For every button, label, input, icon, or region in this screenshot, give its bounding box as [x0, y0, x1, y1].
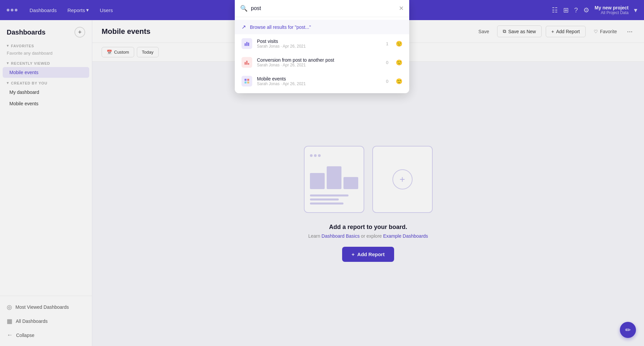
result-icon-1: [241, 57, 252, 68]
svg-rect-9: [247, 81, 249, 83]
svg-rect-5: [248, 63, 249, 65]
search-modal: 🔍 ✕ ↗ Browse all results for "post..." P…: [235, 0, 409, 93]
search-icon: 🔍: [240, 5, 248, 12]
result-icon-2: [241, 76, 252, 86]
svg-rect-0: [245, 43, 246, 46]
search-browse-all[interactable]: ↗ Browse all results for "post...": [235, 20, 409, 34]
svg-rect-1: [246, 42, 248, 46]
search-result-1[interactable]: Conversion from post to another post Sar…: [235, 53, 409, 72]
result-icon-0: [241, 38, 252, 49]
result-meta-1: Sarah Jonas · Apr 26, 2021: [257, 63, 381, 67]
search-input-row: 🔍 ✕: [235, 0, 409, 17]
result-meta-2: Sarah Jonas · Apr 26, 2021: [257, 81, 381, 86]
result-count-2: 0: [386, 79, 388, 84]
result-count-1: 0: [386, 60, 388, 65]
search-browse-text: Browse all results for "post...": [250, 24, 311, 30]
result-emoji-2: 🙂: [396, 78, 402, 84]
search-results: ↗ Browse all results for "post..." Post …: [235, 17, 409, 93]
result-name-1: Conversion from post to another post: [257, 57, 381, 63]
result-name-2: Mobile events: [257, 76, 381, 81]
search-input[interactable]: [251, 5, 395, 11]
svg-rect-7: [247, 79, 249, 81]
svg-rect-2: [248, 43, 249, 46]
result-emoji-0: 🙂: [396, 41, 402, 47]
svg-rect-4: [246, 61, 248, 65]
result-name-0: Post visits: [257, 39, 381, 44]
arrow-up-right-icon: ↗: [241, 24, 246, 30]
search-result-2[interactable]: Mobile events Sarah Jonas · Apr 26, 2021…: [235, 72, 409, 91]
search-overlay[interactable]: 🔍 ✕ ↗ Browse all results for "post..." P…: [0, 0, 644, 346]
search-result-0[interactable]: Post visits Sarah Jonas · Apr 26, 2021 1…: [235, 34, 409, 53]
svg-rect-8: [245, 81, 247, 83]
result-emoji-1: 🙂: [396, 59, 402, 66]
result-meta-0: Sarah Jonas · Apr 26, 2021: [257, 44, 381, 49]
svg-rect-3: [245, 62, 246, 65]
result-count-0: 1: [386, 41, 388, 46]
svg-rect-6: [245, 79, 247, 81]
search-clear-button[interactable]: ✕: [399, 5, 404, 12]
